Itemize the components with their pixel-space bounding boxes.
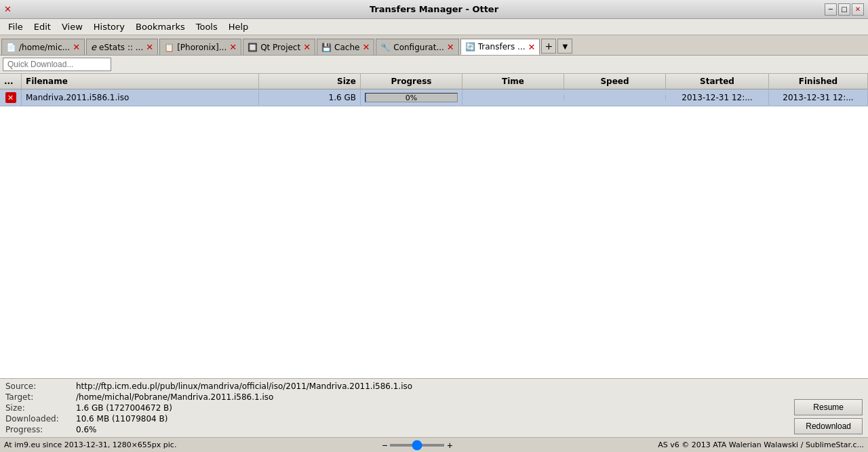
col-header-time[interactable]: Time: [462, 74, 564, 89]
table-content: ✕ Mandriva.2011.i586.1.iso 1.6 GB 0% 201…: [0, 89, 868, 378]
col-header-started[interactable]: Started: [666, 74, 769, 89]
row-filename: Mandriva.2011.i586.1.iso: [22, 90, 259, 105]
progress-bar-text: 0%: [366, 94, 457, 102]
row-speed: [564, 95, 666, 100]
table-area: ... Filename Size Progress Time Speed St…: [0, 74, 868, 378]
buttons-panel: Resume Redownload: [794, 399, 863, 434]
tabs-bar: 📄 /home/mic... ✕ e eStats :: ... ✕ 📋 [Ph…: [0, 35, 868, 56]
status-bottom: Source: http://ftp.icm.edu.pl/pub/linux/…: [5, 382, 863, 434]
title-bar-left: ✕: [4, 4, 12, 14]
size-value: 1.6 GB (1727004672 B): [76, 403, 412, 413]
zoom-out-button[interactable]: −: [382, 440, 387, 451]
tab-3[interactable]: 🔲 Qt Project ✕: [243, 39, 315, 55]
tab-5-icon: 🔧: [380, 43, 391, 52]
tab-1[interactable]: e eStats :: ... ✕: [86, 39, 158, 55]
menu-help[interactable]: Help: [223, 20, 254, 33]
quick-download-input[interactable]: [3, 58, 111, 71]
table-header: ... Filename Size Progress Time Speed St…: [0, 74, 868, 89]
tab-4-close[interactable]: ✕: [362, 42, 370, 52]
progress-bar: 0%: [365, 93, 458, 102]
tab-2[interactable]: 📋 [Phoronix]... ✕: [159, 39, 241, 55]
row-size: 1.6 GB: [259, 90, 361, 105]
tab-3-close[interactable]: ✕: [303, 42, 311, 52]
tab-2-close[interactable]: ✕: [229, 42, 237, 52]
col-header-finished[interactable]: Finished: [769, 74, 868, 89]
row-started: 2013-12-31 12:...: [666, 90, 769, 105]
tab-4-label: Cache: [334, 43, 359, 52]
close-button[interactable]: ✕: [852, 3, 864, 16]
info-grid: Source: http://ftp.icm.edu.pl/pub/linux/…: [5, 382, 412, 434]
target-value: /home/michal/Pobrane/Mandriva.2011.i586.…: [76, 392, 412, 402]
bottom-credits-right: AS v6 © 2013 ATA Walerian Walawski / Sub…: [658, 440, 864, 449]
redownload-button[interactable]: Redownload: [794, 418, 863, 434]
tab-2-label: [Phoronix]...: [177, 43, 226, 52]
zoom-in-button[interactable]: +: [447, 440, 452, 451]
tab-5-label: Configurat...: [393, 43, 444, 52]
bottom-bar: At im9.eu since 2013-12-31, 1280×655px p…: [0, 437, 868, 452]
col-header-dots: ...: [0, 74, 22, 89]
tab-1-icon: e: [91, 42, 96, 52]
row-finished: 2013-12-31 12:...: [769, 90, 868, 105]
menu-tools[interactable]: Tools: [191, 20, 223, 33]
tab-6[interactable]: 🔄 Transfers ... ✕: [460, 39, 540, 55]
row-progress: 0%: [361, 90, 462, 105]
tab-6-close[interactable]: ✕: [528, 42, 536, 52]
status-bar: Source: http://ftp.icm.edu.pl/pub/linux/…: [0, 378, 868, 437]
tab-4[interactable]: 💾 Cache ✕: [317, 39, 374, 55]
error-x-icon: ✕: [5, 92, 16, 103]
row-time: [462, 95, 564, 100]
menu-history[interactable]: History: [88, 20, 130, 33]
tab-0-icon: 📄: [6, 43, 16, 52]
progress-label: Progress:: [5, 425, 73, 434]
source-label: Source:: [5, 382, 73, 391]
tab-1-close[interactable]: ✕: [146, 42, 153, 52]
tab-3-icon: 🔲: [248, 43, 258, 52]
col-header-size[interactable]: Size: [259, 74, 361, 89]
tab-6-icon: 🔄: [465, 42, 475, 52]
col-header-progress[interactable]: Progress: [361, 74, 462, 89]
menu-edit[interactable]: Edit: [28, 20, 56, 33]
tab-5[interactable]: 🔧 Configurat... ✕: [376, 39, 458, 55]
tab-1-label: eStats :: ...: [99, 43, 143, 52]
downloaded-value: 10.6 MB (11079804 B): [76, 414, 412, 424]
tab-6-label: Transfers ...: [478, 42, 526, 52]
title-bar-right: − □ ✕: [825, 3, 864, 16]
resume-button[interactable]: Resume: [794, 399, 863, 415]
menu-file[interactable]: File: [3, 20, 28, 33]
bottom-credits-left: At im9.eu since 2013-12-31, 1280×655px p…: [4, 440, 176, 449]
zoom-controls: − +: [382, 440, 452, 451]
downloaded-label: Downloaded:: [5, 414, 73, 424]
size-label: Size:: [5, 403, 73, 413]
menu-bookmarks[interactable]: Bookmarks: [130, 20, 191, 33]
quick-download-bar: [0, 56, 868, 74]
tab-0-close[interactable]: ✕: [73, 42, 80, 52]
new-tab-button[interactable]: +: [541, 39, 556, 54]
col-header-speed[interactable]: Speed: [564, 74, 666, 89]
target-label: Target:: [5, 392, 73, 402]
col-header-filename[interactable]: Filename: [22, 74, 259, 89]
tab-2-icon: 📋: [164, 43, 174, 52]
window-title: Transfers Manager - Otter: [370, 4, 498, 14]
zoom-slider[interactable]: [390, 444, 444, 447]
title-bar: ✕ Transfers Manager - Otter − □ ✕: [0, 0, 868, 19]
tab-3-label: Qt Project: [260, 43, 300, 52]
tab-menu-button[interactable]: ▼: [557, 39, 572, 54]
table-row[interactable]: ✕ Mandriva.2011.i586.1.iso 1.6 GB 0% 201…: [0, 89, 868, 106]
tab-0[interactable]: 📄 /home/mic... ✕: [1, 39, 85, 55]
minimize-button[interactable]: −: [825, 3, 837, 16]
tab-5-close[interactable]: ✕: [447, 42, 454, 52]
tab-4-icon: 💾: [321, 43, 332, 52]
maximize-button[interactable]: □: [838, 3, 850, 16]
menu-bar: File Edit View History Bookmarks Tools H…: [0, 19, 868, 35]
progress-value: 0.6%: [76, 425, 412, 434]
app-close-icon[interactable]: ✕: [4, 4, 12, 14]
row-status-icon: ✕: [0, 89, 22, 106]
menu-view[interactable]: View: [56, 20, 88, 33]
source-value: http://ftp.icm.edu.pl/pub/linux/mandriva…: [76, 382, 412, 391]
tab-0-label: /home/mic...: [19, 43, 70, 52]
